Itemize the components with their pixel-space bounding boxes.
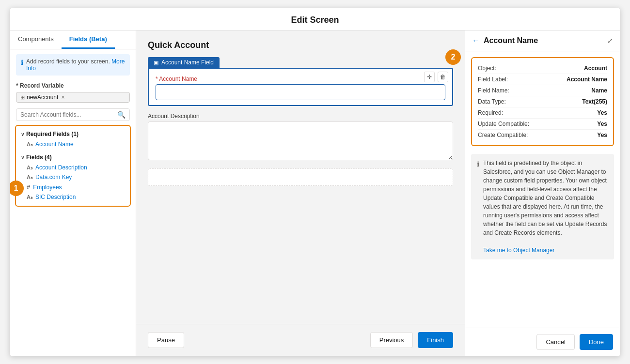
info-row-field-name: Field Name: Name [478, 85, 607, 96]
field-tab-label: ▣ Account Name Field [148, 57, 220, 68]
field-label-account-desc: Account Description [35, 164, 87, 171]
variable-name: newAccount [27, 94, 58, 101]
data-type-value: Text(255) [582, 98, 607, 105]
remove-variable-button[interactable]: × [61, 94, 64, 101]
cancel-button[interactable]: Cancel [536, 334, 574, 350]
required-fields-label: Required Fields (1) [26, 131, 79, 137]
field-label-datacom-key: Data.com Key [35, 174, 72, 181]
annotation-2: 2 [445, 49, 461, 65]
search-row: 🔍 [16, 108, 130, 121]
data-type-label: Data Type: [478, 98, 526, 105]
variable-icon: ⊞ [20, 94, 25, 101]
info-circle-icon: ℹ [21, 59, 23, 66]
field-tab-text: Account Name Field [161, 59, 214, 66]
field-item-account-desc[interactable]: A₃ Account Description [19, 163, 127, 172]
expand-icon[interactable]: ⤢ [607, 37, 613, 45]
finish-button[interactable]: Finish [418, 332, 453, 348]
right-panel: ← Account Name ⤢ Object: Account Field L… [465, 30, 620, 356]
field-name-label: Field Name: [478, 87, 526, 94]
text-field-icon-4: A₃ [27, 194, 32, 200]
update-compatible-label: Update Compatible: [478, 121, 529, 127]
required-value: Yes [597, 109, 607, 116]
info-row-field-label: Field Label: Account Name [478, 74, 607, 85]
field-box: ✛ 🗑 * Account Name [148, 68, 453, 106]
info-box: ℹ Add record fields to your screen. More… [16, 54, 130, 76]
info-row-data-type: Data Type: Text(255) [478, 96, 607, 107]
text-field-icon-3: A₃ [27, 174, 32, 181]
field-component-wrapper: 2 ▣ Account Name Field ✛ 🗑 * Account Nam… [148, 57, 453, 106]
right-panel-header: ← Account Name ⤢ [465, 30, 620, 51]
tab-components[interactable]: Components [10, 30, 62, 49]
account-name-required-label: * Account Name [156, 76, 445, 82]
search-input[interactable] [20, 111, 117, 118]
tabs-row: Components Fields (Beta) [10, 30, 136, 49]
right-header-left: ← Account Name [472, 36, 538, 45]
required-label: Required: [478, 109, 526, 116]
object-label: Object: [478, 65, 526, 72]
field-item-sic-description[interactable]: A₃ SIC Description [19, 192, 127, 202]
screen-title: Quick Account [148, 40, 453, 50]
field-label-value: Account Name [567, 76, 607, 83]
note-text: This field is predefined by the object i… [483, 160, 607, 236]
variable-badge: ⊞ newAccount × [16, 92, 130, 103]
canvas-area: Quick Account 2 ▣ Account Name Field ✛ [136, 30, 465, 324]
text-field-icon-2: A₃ [27, 165, 32, 171]
nav-button-group: Previous Finish [370, 332, 453, 348]
info-row-object: Object: Account [478, 63, 607, 74]
back-arrow-button[interactable]: ← [472, 36, 480, 45]
field-item-employees[interactable]: # Employees [19, 182, 127, 192]
add-field-button[interactable]: ✛ [424, 72, 435, 82]
field-item-datacom-key[interactable]: A₃ Data.com Key [19, 172, 127, 182]
fields-orange-box: 1 ∨ Required Fields (1) A₃ Account Name … [15, 125, 131, 207]
chevron-down-icon-2: ∨ [21, 155, 24, 160]
edit-screen-modal: Edit Screen Components Fields (Beta) ℹ A… [10, 8, 620, 356]
number-field-icon: # [27, 183, 30, 191]
center-panel: Quick Account 2 ▣ Account Name Field ✛ [136, 30, 465, 356]
field-box-actions: ✛ 🗑 [424, 72, 448, 82]
modal-body: Components Fields (Beta) ℹ Add record fi… [10, 30, 620, 356]
create-compatible-label: Create Compatible: [478, 132, 528, 138]
delete-field-button[interactable]: 🗑 [438, 72, 448, 82]
predefined-note: ℹ This field is predefined by the object… [471, 154, 614, 259]
field-label-label: Field Label: [478, 76, 526, 83]
account-desc-label: Account Description [148, 113, 453, 120]
field-tab-icon: ▣ [154, 60, 158, 66]
previous-button[interactable]: Previous [370, 332, 413, 348]
fields-label: Fields (4) [26, 154, 52, 161]
search-button[interactable]: 🔍 [117, 111, 126, 119]
chevron-down-icon: ∨ [21, 132, 24, 137]
modal-header: Edit Screen [10, 8, 620, 30]
text-field-icon: A₃ [27, 141, 32, 148]
field-name-value: Name [591, 87, 607, 94]
info-text: Add record fields to your screen. More I… [26, 58, 125, 72]
fields-section-header[interactable]: ∨ Fields (4) [19, 153, 127, 163]
tab-fields-beta[interactable]: Fields (Beta) [62, 30, 115, 49]
info-row-create: Create Compatible: Yes [478, 130, 607, 140]
right-panel-info-box: Object: Account Field Label: Account Nam… [471, 57, 614, 146]
field-item-account-name[interactable]: A₃ Account Name [19, 139, 127, 149]
left-panel: Components Fields (Beta) ℹ Add record fi… [10, 30, 136, 356]
right-panel-title: Account Name [484, 36, 538, 45]
update-compatible-value: Yes [597, 121, 607, 127]
field-label-account-name: Account Name [35, 141, 74, 148]
create-compatible-value: Yes [597, 132, 607, 138]
canvas-footer: Pause Previous Finish [136, 324, 465, 356]
modal-title: Edit Screen [291, 15, 339, 25]
required-fields-section-header[interactable]: ∨ Required Fields (1) [19, 130, 127, 139]
field-label-employees: Employees [33, 184, 62, 191]
field-label-sic-description: SIC Description [35, 194, 76, 200]
empty-slot [148, 168, 453, 186]
right-panel-footer: Cancel Done [465, 328, 620, 356]
account-desc-textarea[interactable] [148, 121, 453, 160]
note-info-icon: ℹ [477, 159, 479, 255]
done-button[interactable]: Done [580, 334, 613, 350]
account-name-input[interactable] [156, 84, 445, 100]
object-value: Account [584, 65, 607, 72]
info-row-update: Update Compatible: Yes [478, 119, 607, 130]
record-variable-label: * Record Variable [10, 79, 136, 90]
object-manager-link[interactable]: Take me to Object Manager [483, 247, 554, 254]
pause-button[interactable]: Pause [148, 332, 184, 348]
info-row-required: Required: Yes [478, 107, 607, 119]
note-content: This field is predefined by the object i… [483, 159, 608, 255]
account-desc-section: Account Description [148, 113, 453, 162]
